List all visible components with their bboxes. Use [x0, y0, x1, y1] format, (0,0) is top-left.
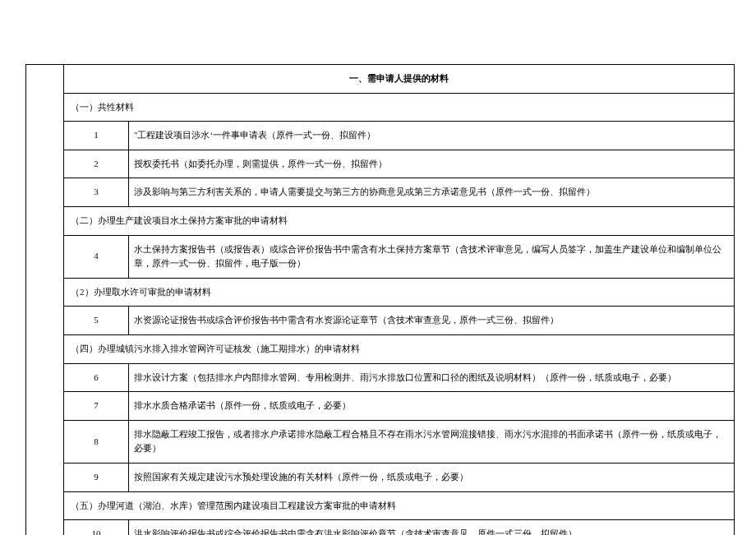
table-row: 8 排水隐蔽工程竣工报告，或者排水户承诺排水隐蔽工程合格且不存在雨水污水管网混接… [26, 420, 735, 463]
row-number: 4 [64, 235, 129, 278]
table-row: 2 授权委托书（如委托办理，则需提供，原件一式一份、拟留件） [26, 150, 735, 178]
row-content: 水资源论证报告书或综合评价报告书中需含有水资源论证章节（含技术审查意见，原件一式… [129, 307, 735, 335]
row-number: 1 [64, 122, 129, 150]
section-1: （一）共性材料 [64, 93, 735, 122]
row-content: 洪水影响评价报告书或综合评价报告书中需含有洪水影响评价章节（含技术审查意见，原件… [129, 520, 735, 535]
table-row: 3 涉及影响与第三方利害关系的，申请人需要提交与第三方的协商意见或第三方承诺意见… [26, 178, 735, 207]
section-4: （四）办理城镇污水排入排水管网许可证核发（施工期排水）的申请材料 [64, 334, 735, 363]
row-number: 3 [64, 178, 129, 207]
materials-table: 一、需申请人提供的材料 （一）共性材料 1 "工程建设项目涉水‘一件事申请表（原… [25, 64, 735, 535]
row-number: 5 [64, 307, 129, 335]
table-row: 7 排水水质合格承诺书（原件一份，纸质或电子，必要） [26, 392, 735, 421]
row-number: 9 [64, 463, 129, 491]
row-number: 2 [64, 150, 129, 178]
table-row: 9 按照国家有关规定建设污水预处理设施的有关材料（原件一份，纸质或电子，必要） [26, 463, 735, 491]
row-number: 7 [64, 392, 129, 421]
row-content: 涉及影响与第三方利害关系的，申请人需要提交与第三方的协商意见或第三方承诺意见书（… [129, 178, 735, 207]
row-content: "工程建设项目涉水‘一件事申请表（原件一式一份、拟留件） [129, 122, 735, 150]
table-row: 5 水资源论证报告书或综合评价报告书中需含有水资源论证章节（含技术审查意见，原件… [26, 307, 735, 335]
row-number: 6 [64, 363, 129, 392]
row-content: 排水水质合格承诺书（原件一份，纸质或电子，必要） [129, 392, 735, 421]
row-number: 8 [64, 420, 129, 463]
row-content: 排水设计方案（包括排水户内部排水管网、专用检测井、雨污水排放口位置和口径的图纸及… [129, 363, 735, 392]
table-row: 6 排水设计方案（包括排水户内部排水管网、专用检测井、雨污水排放口位置和口径的图… [26, 363, 735, 392]
table-row: 1 "工程建设项目涉水‘一件事申请表（原件一式一份、拟留件） [26, 122, 735, 150]
section-2: （二）办理生产建设项目水土保持方案审批的申请材料 [64, 206, 735, 235]
table-row: 4 水土保持方案报告书（或报告表）或综合评价报告书中需含有水土保持方案章节（含技… [26, 235, 735, 278]
row-content: 排水隐蔽工程竣工报告，或者排水户承诺排水隐蔽工程合格且不存在雨水污水管网混接错接… [129, 420, 735, 463]
table-title: 一、需申请人提供的材料 [64, 65, 735, 94]
row-content: 授权委托书（如委托办理，则需提供，原件一式一份、拟留件） [129, 150, 735, 178]
section-5: （五）办理河道（湖泊、水库）管理范围内建设项目工程建设方案审批的申请材料 [64, 491, 735, 520]
left-gutter [26, 65, 64, 536]
row-content: 按照国家有关规定建设污水预处理设施的有关材料（原件一份，纸质或电子，必要） [129, 463, 735, 491]
table-row: 10 洪水影响评价报告书或综合评价报告书中需含有洪水影响评价章节（含技术审查意见… [26, 520, 735, 535]
row-number: 10 [64, 520, 129, 535]
section-3: （2）办理取水许可审批的申请材料 [64, 278, 735, 307]
row-content: 水土保持方案报告书（或报告表）或综合评价报告书中需含有水土保持方案章节（含技术评… [129, 235, 735, 278]
